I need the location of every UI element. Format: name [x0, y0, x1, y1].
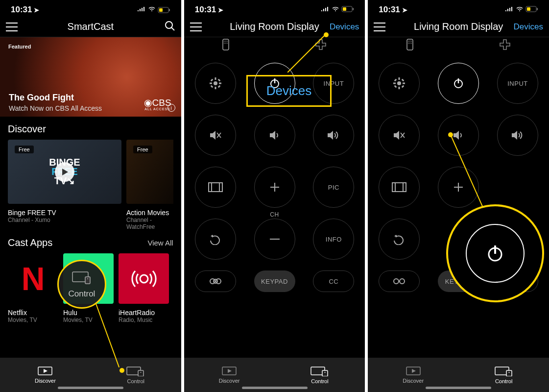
- featured-hero[interactable]: Featured The Good Fight Watch Now on CBS…: [0, 37, 181, 117]
- control-tab-icon: [494, 366, 514, 376]
- input-button[interactable]: INPUT: [497, 63, 538, 104]
- search-icon[interactable]: [165, 21, 175, 33]
- tv-control-icon: [72, 270, 92, 287]
- devices-link[interactable]: Devices: [330, 22, 359, 32]
- svg-rect-31: [217, 85, 220, 88]
- svg-point-52: [409, 41, 410, 41]
- mute-button[interactable]: [195, 115, 236, 156]
- power-icon: [466, 224, 525, 283]
- svg-rect-62: [394, 79, 397, 82]
- home-indicator[interactable]: [242, 387, 308, 389]
- annotation-devices-callout: Devices: [246, 75, 332, 107]
- aspect-button[interactable]: [195, 167, 236, 208]
- app-netflix[interactable]: NNetflixMovies, TV: [8, 253, 58, 323]
- volume-down-button[interactable]: [254, 115, 295, 156]
- app-iheart[interactable]: iHeartRadioRadio, Music: [119, 253, 169, 323]
- svg-point-46: [324, 372, 325, 373]
- channel-down-button[interactable]: [254, 219, 295, 260]
- volume-down-button[interactable]: [438, 115, 479, 156]
- link-button[interactable]: [195, 270, 236, 292]
- power-button[interactable]: [438, 63, 479, 104]
- svg-point-17: [224, 41, 224, 41]
- svg-point-75: [400, 279, 405, 284]
- remote-mode-icon[interactable]: [222, 39, 229, 52]
- discover-tab-icon: [405, 366, 422, 376]
- view-all-link[interactable]: View All: [147, 239, 173, 247]
- section-title: Cast Apps: [8, 237, 52, 248]
- svg-rect-24: [215, 77, 216, 80]
- svg-rect-36: [209, 183, 222, 192]
- svg-point-55: [409, 43, 410, 43]
- signal-icon: [137, 5, 146, 15]
- discover-tab-icon: [37, 366, 53, 376]
- status-bar: 10:31➤: [0, 0, 181, 17]
- app-header: Living Room Display Devices: [184, 17, 365, 37]
- svg-point-5: [140, 275, 148, 283]
- info-button[interactable]: INFO: [313, 219, 354, 260]
- dpad-mode-icon[interactable]: [315, 39, 327, 52]
- svg-point-42: [216, 279, 221, 284]
- menu-icon[interactable]: [190, 23, 202, 31]
- svg-point-54: [408, 43, 408, 43]
- screen-smartcast-home: 10:31➤ SmartCast Featured The Good Fight…: [0, 0, 181, 392]
- status-bar: 10:31➤: [368, 0, 549, 17]
- menu-icon[interactable]: [6, 23, 18, 31]
- screen-remote-power: 10:31➤ Living Room Display Devices INPUT: [368, 0, 549, 392]
- volume-up-button[interactable]: [497, 115, 538, 156]
- control-tab-icon: [310, 366, 330, 376]
- svg-point-41: [210, 279, 215, 284]
- control-tab-icon: [126, 366, 145, 376]
- remote-mode-icon[interactable]: [406, 39, 413, 52]
- svg-rect-11: [138, 370, 143, 376]
- cc-button[interactable]: CC: [313, 270, 354, 292]
- link-button[interactable]: [379, 270, 420, 292]
- svg-point-12: [141, 372, 142, 373]
- volume-up-button[interactable]: [313, 115, 354, 156]
- wifi-icon: [332, 5, 339, 15]
- svg-point-57: [397, 81, 401, 85]
- svg-point-51: [408, 41, 408, 41]
- menu-icon[interactable]: [374, 23, 385, 31]
- svg-rect-7: [85, 277, 90, 284]
- location-icon: ➤: [218, 6, 223, 14]
- pic-button[interactable]: PIC: [313, 167, 354, 208]
- channel-up-button[interactable]: CH: [254, 167, 295, 208]
- keypad-button[interactable]: KEYPAD: [254, 270, 295, 292]
- screen-remote-devices: 10:31➤ Living Room Display Devices Devic…: [184, 0, 365, 392]
- card-sub: Channel - WatchFree: [126, 217, 173, 230]
- svg-point-20: [224, 43, 224, 43]
- svg-point-3: [166, 22, 172, 28]
- svg-rect-26: [210, 83, 212, 84]
- svg-rect-58: [399, 77, 400, 80]
- mute-button[interactable]: [379, 115, 420, 156]
- back-button[interactable]: [379, 219, 420, 260]
- location-icon: ➤: [402, 6, 407, 14]
- svg-rect-27: [219, 83, 221, 84]
- dpad-mode-icon[interactable]: [499, 39, 511, 52]
- devices-link[interactable]: Devices: [514, 22, 543, 32]
- svg-rect-1: [169, 9, 170, 11]
- free-badge: Free: [133, 146, 152, 153]
- featured-title: The Good Fight: [9, 93, 74, 103]
- play-icon[interactable]: [55, 162, 74, 182]
- svg-rect-2: [159, 8, 163, 12]
- discover-card-action[interactable]: Free Action Movies Channel - WatchFree: [126, 140, 173, 230]
- settings-button[interactable]: [379, 63, 420, 104]
- section-title: Discover: [8, 123, 46, 135]
- back-button[interactable]: [195, 219, 236, 260]
- settings-button[interactable]: [195, 63, 236, 104]
- info-icon[interactable]: i: [167, 104, 175, 112]
- svg-point-74: [394, 279, 399, 284]
- discover-card-binge[interactable]: Free BINGEFREETV↘ Binge FREE TV Channel …: [8, 140, 121, 230]
- home-indicator[interactable]: [58, 387, 123, 389]
- remote-mode-bar: [184, 38, 365, 53]
- battery-icon: [525, 5, 538, 15]
- battery-icon: [158, 7, 170, 13]
- remote-mode-bar: [368, 38, 549, 53]
- home-indicator[interactable]: [426, 387, 491, 389]
- annotation-dot: [119, 368, 124, 373]
- svg-rect-80: [506, 370, 512, 376]
- aspect-button[interactable]: [379, 167, 420, 208]
- card-title: Action Movies: [126, 209, 173, 217]
- signal-icon: [321, 5, 330, 15]
